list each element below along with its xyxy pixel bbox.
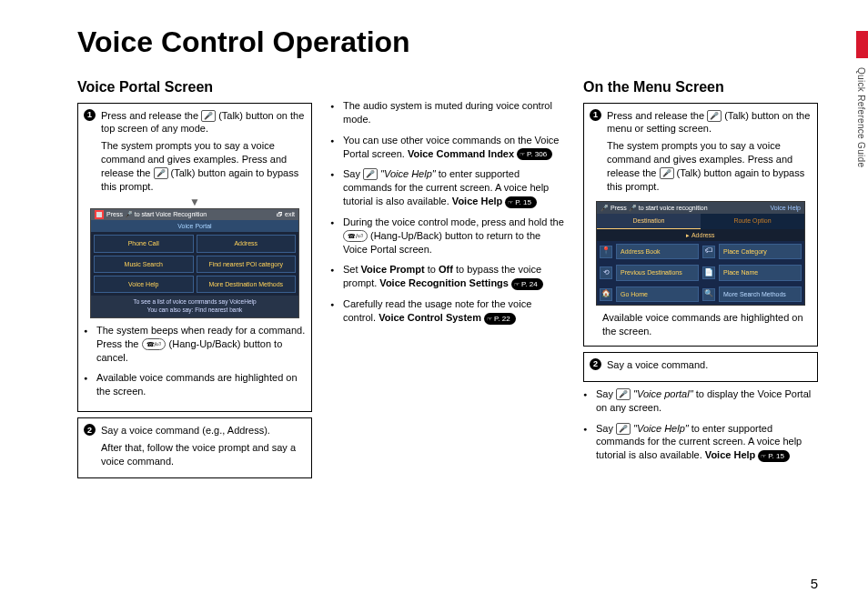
col-menu-screen: On the Menu Screen 1 Press and release t…	[583, 77, 818, 484]
pageref-icon: P. 15	[758, 450, 790, 462]
page-title: Voice Control Operation	[77, 25, 818, 59]
hangup-icon: ☎/⏎	[142, 338, 167, 350]
bullet: Available voice commands are highlighted…	[96, 371, 306, 398]
side-tab: Quick Reference Guide	[856, 31, 868, 167]
talk-icon: 🎤	[707, 110, 722, 122]
bullet: The system beeps when ready for a comman…	[96, 324, 306, 365]
bullet: Carefully read the usage note for the vo…	[343, 297, 565, 325]
right-step-2-text: Say a voice command.	[607, 358, 812, 372]
talk-icon: 🎤	[363, 168, 378, 180]
right-step-1-box: 1 Press and release the 🎤 (Talk) button …	[583, 103, 818, 347]
talk-icon: 🎤	[154, 167, 168, 179]
talk-icon: 🎤	[616, 388, 631, 400]
bullet: Say 🎤 "Voice Help" to enter supported co…	[343, 167, 565, 208]
right-step-1-text: Press and release the 🎤 (Talk) button on…	[607, 109, 812, 194]
page-number: 5	[811, 576, 818, 591]
pageref-icon: P. 24	[511, 278, 543, 290]
red-tab-icon	[856, 31, 868, 58]
side-label: Quick Reference Guide	[856, 58, 866, 167]
step-2-box: 2 Say a voice command (e.g., Address). A…	[77, 417, 312, 478]
step-1-badge: 1	[84, 109, 96, 121]
pageref-icon: P. 306	[517, 148, 552, 160]
voice-portal-screenshot: Press 🎤 to start Voice Recognition 🗗 exi…	[90, 208, 299, 318]
col-notes: The audio system is muted during voice c…	[330, 77, 565, 484]
bullet: The audio system is muted during voice c…	[343, 99, 565, 126]
heading-menu-screen: On the Menu Screen	[583, 77, 818, 97]
bullet: Say 🎤 "Voice Help" to enter supported co…	[596, 422, 818, 463]
heading-voice-portal: Voice Portal Screen	[77, 77, 312, 97]
step-1-box: 1 Press and release the 🎤 (Talk) button …	[77, 103, 312, 413]
bullet: During the voice control mode, press and…	[343, 216, 565, 256]
step-2-text: Say a voice command (e.g., Address). Aft…	[101, 424, 306, 468]
step-1-text: Press and release the 🎤 (Talk) button on…	[101, 109, 306, 194]
step-1-badge: 1	[590, 109, 601, 121]
talk-icon: 🎤	[201, 110, 216, 122]
caption: Available voice commands are highlighted…	[590, 311, 812, 340]
step-2-badge: 2	[590, 358, 601, 370]
bullet: Say 🎤 "Voice portal" to display the Voic…	[596, 387, 818, 415]
arrow-down-icon: ▼	[84, 197, 306, 206]
hangup-icon: ☎/⏎	[343, 230, 368, 242]
talk-icon: 🎤	[616, 423, 631, 435]
col-voice-portal: Voice Portal Screen 1 Press and release …	[77, 77, 312, 484]
bullet: You can use other voice commands on the …	[343, 134, 565, 161]
pageref-icon: P. 22	[484, 313, 516, 325]
menu-screenshot: 🎤 Press 🎤 to start voice recognition Voi…	[596, 201, 805, 306]
right-step-2-box: 2 Say a voice command.	[583, 352, 818, 382]
step-2-badge: 2	[84, 424, 96, 436]
talk-icon: 🎤	[660, 167, 674, 179]
bullet: Set Voice Prompt to Off to bypass the vo…	[343, 263, 565, 290]
pageref-icon: P. 15	[505, 196, 537, 208]
highlight-box-icon	[95, 210, 104, 219]
